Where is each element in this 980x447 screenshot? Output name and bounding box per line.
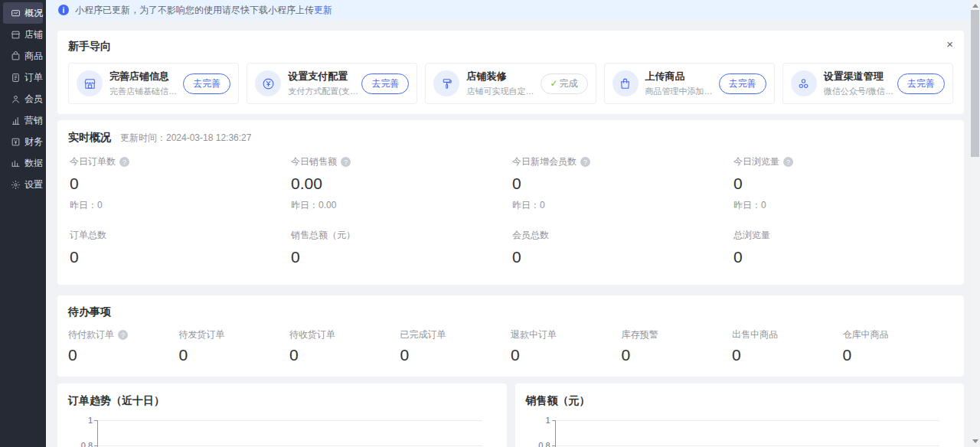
chart-gridline	[556, 420, 940, 421]
shop-icon	[10, 29, 21, 40]
stat-value: 0	[291, 248, 511, 266]
goods-icon	[10, 51, 21, 61]
todo-value: 0	[843, 346, 954, 364]
todo-value: 0	[511, 346, 622, 364]
help-icon[interactable]: ?	[119, 157, 129, 167]
todo-label: 仓库中商品	[843, 328, 954, 341]
chart-gridline	[98, 420, 482, 421]
today-stats-row: 今日订单数? 0 昨日：0 今日销售额? 0.00 昨日：0.00 今日新增会员…	[68, 155, 953, 212]
stat-label: 今日浏览量	[733, 155, 779, 168]
sidebar-item-marketing[interactable]: 营销	[3, 109, 43, 131]
close-icon[interactable]: ×	[946, 38, 953, 50]
overview-icon	[10, 8, 21, 18]
stat-value: 0	[512, 248, 732, 266]
sidebar-item-settings[interactable]: 设置	[3, 174, 43, 195]
update-notice-bar: i 小程序已更新，为了不影响您的使用请尽快下载小程序上传更新	[46, 0, 970, 20]
axis-tick	[552, 445, 556, 446]
todo-value: 0	[622, 346, 733, 364]
y-axis-tick-label: 0.8	[525, 441, 550, 447]
check-icon: ✓	[550, 78, 558, 89]
scroll-up-arrow-icon[interactable]	[972, 4, 978, 8]
help-icon[interactable]: ?	[580, 157, 590, 167]
sidebar-item-finance[interactable]: 财务	[3, 131, 43, 152]
todo-pending-shipment: 待发货订单 0	[179, 328, 290, 364]
axis-tick	[94, 420, 98, 421]
newbie-guide-card: 新手导向 × 完善店铺信息 完善店铺基础信息等 去完善 设置支付配置 支付方式配…	[57, 31, 964, 114]
guide-item-payment: 设置支付配置 支付方式配置(支付宝/微信) 去完善	[247, 63, 417, 104]
todo-grid: 待付款订单? 0 待发货订单 0 待收货订单 0 已完成订单 0 退款中订单	[68, 328, 953, 364]
main-area: i 小程序已更新，为了不影响您的使用请尽快下载小程序上传更新 新手导向 × 完善…	[46, 0, 970, 447]
sidebar-item-order[interactable]: 订单	[3, 67, 43, 88]
y-axis-tick-label: 1	[67, 416, 93, 425]
todo-label: 已完成订单	[400, 328, 511, 341]
todo-label: 库存预警	[622, 328, 733, 341]
stat-value: 0	[733, 175, 953, 193]
stat-value: 0	[70, 248, 289, 266]
stat-label: 订单总数	[70, 229, 289, 242]
todo-warehouse-goods: 仓库中商品 0	[843, 328, 954, 364]
stat-yesterday: 昨日：0	[512, 199, 732, 212]
todo-value: 0	[289, 346, 400, 364]
guide-item-decoration: 店铺装修 店铺可实现自定义模板装修 ✓完成	[425, 63, 596, 104]
guide-item-text: 完善店铺信息 完善店铺基础信息等	[109, 70, 183, 97]
guide-item-subtitle: 商品管理中添加商品上传	[645, 86, 719, 97]
stat-value: 0	[733, 248, 953, 266]
member-icon	[10, 93, 21, 104]
help-icon[interactable]: ?	[783, 157, 793, 167]
guide-item-title: 设置渠道管理	[824, 70, 897, 83]
scroll-down-arrow-icon[interactable]	[972, 439, 978, 443]
guide-item-subtitle: 店铺可实现自定义模板装修	[466, 86, 540, 97]
sales-chart-title: 销售额（元）	[526, 394, 965, 408]
channels-icon	[791, 70, 817, 96]
sidebar-item-label: 会员	[24, 93, 43, 106]
scrollbar-thumb[interactable]	[971, 10, 979, 157]
sidebar-item-overview[interactable]: 概况	[3, 2, 43, 24]
vertical-scrollbar[interactable]	[970, 0, 980, 447]
todo-stock-warning: 库存预警 0	[622, 328, 733, 364]
guide-item-channel: 设置渠道管理 微信公众号/微信小程序 去完善	[782, 63, 953, 104]
help-icon[interactable]: ?	[341, 157, 351, 167]
axis-tick	[552, 420, 556, 421]
axis-tick	[94, 445, 98, 446]
stat-total-orders: 订单总数 0	[68, 229, 289, 266]
guide-item-store-info: 完善店铺信息 完善店铺基础信息等 去完善	[68, 63, 239, 104]
sidebar-item-data[interactable]: 数据	[3, 152, 43, 174]
sidebar-item-shop[interactable]: 店铺	[3, 24, 43, 45]
sales-chart-card: 销售额（元） 10.80.60.4	[515, 383, 965, 447]
sidebar-item-label: 营销	[24, 114, 43, 127]
sidebar-item-member[interactable]: 会员	[3, 88, 43, 109]
realtime-title: 实时概况	[68, 131, 111, 145]
finance-icon	[10, 136, 21, 147]
stat-today-sales: 今日销售额? 0.00 昨日：0.00	[289, 155, 511, 212]
stat-yesterday: 昨日：0.00	[291, 199, 511, 212]
marketing-icon	[10, 115, 21, 126]
realtime-overview-card: 实时概况 更新时间：2024-03-18 12:36:27 今日订单数? 0 昨…	[57, 120, 964, 285]
order-trend-chart-card: 订单趋势（近十日） 10.80.60.4	[57, 383, 507, 447]
sidebar-item-goods[interactable]: 商品	[3, 45, 43, 67]
stat-value: 0	[70, 175, 289, 193]
order-trend-chart-title: 订单趋势（近十日）	[68, 394, 507, 408]
shopping-bag-icon	[612, 70, 639, 96]
stat-yesterday: 昨日：0	[733, 199, 953, 212]
todo-pending-payment: 待付款订单? 0	[68, 328, 179, 364]
stat-total-members: 会员总数 0	[511, 229, 732, 266]
todo-value: 0	[68, 346, 179, 364]
update-link[interactable]: 更新	[314, 4, 332, 17]
help-icon[interactable]: ?	[118, 330, 128, 340]
stat-total-views: 总浏览量 0	[732, 229, 953, 266]
storefront-icon	[77, 70, 103, 96]
todo-value: 0	[179, 346, 290, 364]
go-complete-button[interactable]: 去完善	[183, 73, 230, 94]
done-button[interactable]: ✓完成	[541, 73, 588, 94]
sidebar-item-label: 概况	[24, 7, 43, 20]
guide-item-subtitle: 微信公众号/微信小程序	[824, 86, 897, 97]
todo-label: 待发货订单	[179, 328, 290, 341]
settings-icon	[10, 179, 21, 190]
go-complete-button[interactable]: 去完善	[361, 73, 409, 94]
stat-today-orders: 今日订单数? 0 昨日：0	[68, 155, 289, 212]
sales-chart-plot: 10.80.60.4	[555, 420, 940, 447]
sidebar-item-label: 商品	[24, 50, 43, 63]
go-complete-button[interactable]: 去完善	[719, 73, 766, 94]
go-complete-button[interactable]: 去完善	[897, 73, 945, 94]
sidebar-item-label: 订单	[24, 71, 43, 84]
